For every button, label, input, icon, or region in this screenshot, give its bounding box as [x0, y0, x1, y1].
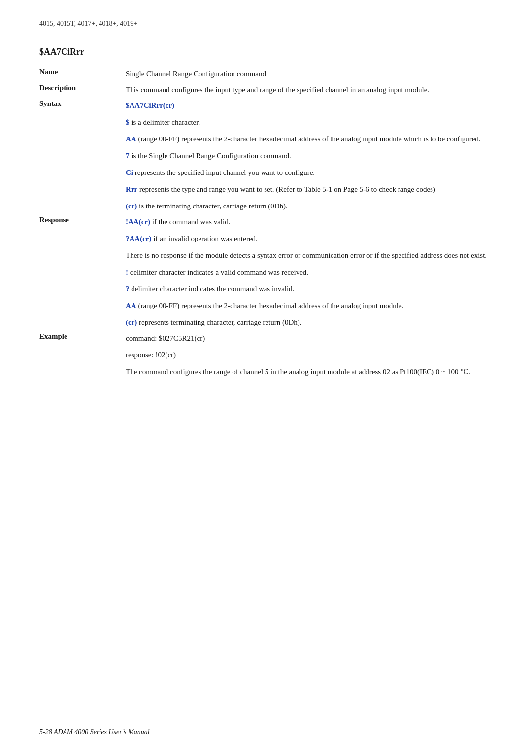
response-aa: AA	[126, 302, 136, 309]
syntax-header: $AA7CiRrr(cr)	[126, 102, 174, 109]
syntax-row: Syntax $AA7CiRrr(cr) $ is a delimiter ch…	[39, 98, 493, 214]
name-value: Single Channel Range Configuration comma…	[126, 66, 493, 82]
syntax-7-text: is the Single Channel Range Configuratio…	[130, 152, 291, 160]
syntax-aa: AA	[126, 135, 136, 143]
syntax-7: 7	[126, 152, 130, 160]
syntax-aa-text: (range 00-FF) represents the 2-character…	[136, 135, 481, 143]
syntax-rrr-text: represents the type and range you want t…	[137, 185, 435, 193]
response-question-text: delimiter character indicates the comman…	[130, 285, 295, 293]
response-cr: (cr)	[126, 318, 137, 326]
syntax-label: Syntax	[39, 98, 126, 214]
syntax-value: $AA7CiRrr(cr) $ is a delimiter character…	[126, 98, 493, 214]
example-row: Example command: $027C5R21(cr) response:…	[39, 330, 493, 379]
response-value: !AA(cr) if the command was valid. ?AA(cr…	[126, 214, 493, 330]
syntax-dollar-text: is a delimiter character.	[130, 118, 200, 126]
command-title: $AA7CiRrr	[39, 47, 493, 57]
syntax-dollar: $	[126, 118, 130, 126]
syntax-cr-text: is the terminating character, carriage r…	[137, 202, 288, 210]
response-question: ?	[126, 285, 130, 293]
page-header: 4015, 4015T, 4017+, 4018+, 4019+	[39, 20, 493, 32]
example-command: command: $027C5R21(cr)	[126, 332, 493, 344]
syntax-cr: (cr)	[126, 202, 137, 210]
response-row: Response !AA(cr) if the command was vali…	[39, 214, 493, 330]
content-table: Name Single Channel Range Configuration …	[39, 66, 493, 379]
response-aa-text: (range 00-FF) represents the 2-character…	[136, 302, 404, 309]
description-value: This command configures the input type a…	[126, 82, 493, 98]
response-valid-prefix: !AA(cr)	[126, 218, 150, 226]
page-footer: 5-28 ADAM 4000 Series User’s Manual	[39, 728, 150, 736]
response-invalid-prefix: ?AA(cr)	[126, 235, 151, 242]
response-no-response: There is no response if the module detec…	[126, 249, 493, 261]
syntax-rrr: Rrr	[126, 185, 137, 193]
example-label: Example	[39, 330, 126, 379]
response-label: Response	[39, 214, 126, 330]
syntax-ci: Ci	[126, 169, 133, 176]
response-valid-text: if the command was valid.	[150, 218, 230, 226]
example-value: command: $027C5R21(cr) response: !02(cr)…	[126, 330, 493, 379]
syntax-ci-text: represents the specified input channel y…	[133, 169, 315, 176]
name-row: Name Single Channel Range Configuration …	[39, 66, 493, 82]
response-invalid-text: if an invalid operation was entered.	[151, 235, 257, 242]
description-row: Description This command configures the …	[39, 82, 493, 98]
example-response: response: !02(cr)	[126, 349, 493, 361]
description-label: Description	[39, 82, 126, 98]
response-cr-text: represents terminating character, carria…	[137, 318, 301, 326]
response-exclaim-text: delimiter character indicates a valid co…	[128, 268, 308, 276]
example-description: The command configures the range of chan…	[126, 366, 493, 378]
name-label: Name	[39, 66, 126, 82]
